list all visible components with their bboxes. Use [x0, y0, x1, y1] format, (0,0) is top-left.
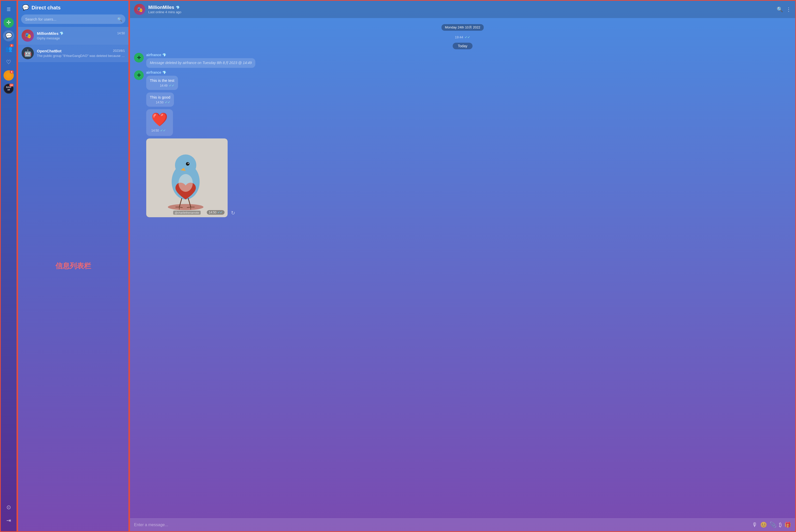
svg-point-3 [186, 162, 189, 166]
panel-title: Direct chats [32, 5, 61, 11]
chat-time-openchat: 2023/8/1 [113, 49, 125, 53]
airfrance-diamond-2: 💎 [162, 71, 166, 74]
tick-heart: ✔✔ [160, 129, 166, 132]
sidebar-item-logout[interactable]: ⇥ [3, 515, 14, 526]
message-row-heart: ✛ ❤️ 14:50 ✔✔ [134, 109, 791, 136]
sidebar-item-channel-orange[interactable]: 6 [3, 70, 14, 81]
chat-header-info: MillionMiles 💎 Last online 4 mins ago [148, 5, 774, 14]
message-content-deleted: airfrance 💎 Message deleted by airfrance… [146, 53, 255, 68]
message-row-test: ✛ airfrance 💎 This is the test 14:49 ✔✔ [134, 70, 791, 90]
sidebar-item-favorites[interactable]: ♡ [3, 57, 14, 68]
messages-area: Monday 24th 10月 2022 19:44 ✔✔ Today ✛ ai… [130, 18, 795, 518]
test-bubble: This is the test 14:49 ✔✔ [146, 76, 178, 90]
good-bubble: This is good 14:50 ✔✔ [146, 93, 174, 107]
airfrance-diamond-1: 💎 [162, 53, 166, 57]
channel-orange-badge: 6 [10, 70, 14, 73]
more-options-button[interactable]: ⋮ [786, 6, 791, 13]
emoji-button[interactable]: 😊 [760, 521, 767, 528]
deleted-bubble: Message deleted by airfrance on Tuesday … [146, 58, 255, 68]
search-icon: 🔍 [117, 17, 122, 21]
panel-header-icon: 💬 [22, 4, 29, 11]
tick-good: ✔✔ [165, 100, 170, 104]
chat-item-million[interactable]: 🎭 MillionMiles 💎 14:50 Giphy message [18, 27, 128, 44]
tick-test: ✔✔ [169, 83, 175, 88]
message-input-bar: 🎙 😊 📎 ₿ 🎁 [130, 518, 795, 531]
panel-header: 💬 Direct chats [18, 1, 128, 15]
message-avatar-airfrance-2: ✛ [134, 70, 144, 80]
bird-svg [146, 138, 228, 217]
status-row-1944: 19:44 ✔✔ [134, 35, 791, 39]
chat-item-openchat[interactable]: 🤖 OpenChatBot 2023/8/1 The public group … [18, 44, 128, 62]
message-avatar-airfrance-1: ✛ [134, 53, 144, 62]
message-list-panel: 信息列表栏 💬 Direct chats 🔍 🎭 MillionMiles 💎 … [17, 0, 129, 532]
chat-avatar-million: 🎭 [22, 30, 34, 42]
time-heart: 14:50 [151, 129, 159, 132]
message-row-giphy: ✛ [134, 138, 791, 217]
verified-icon-million: 💎 [59, 32, 64, 35]
sender-airfrance-1: airfrance 💎 [146, 53, 255, 57]
menu-button[interactable]: ☰ [3, 4, 14, 15]
heart-bubble: ❤️ 14:50 ✔✔ [146, 109, 173, 136]
giphy-container: @charliethenarrotie 14:50 ✔✔ [146, 138, 228, 217]
heart-icon: ♡ [6, 59, 11, 65]
groups-badge: 2 [10, 44, 14, 47]
panel-annotation: 信息列表栏 [55, 261, 91, 271]
chat-name-million: MillionMiles 💎 [37, 31, 64, 36]
sidebar-item-channel-dao[interactable]: DAO10 10 [3, 83, 14, 94]
reload-icon[interactable]: ↻ [231, 210, 235, 216]
channel-dao-badge: 10 [9, 83, 14, 87]
heart-emoji: ❤️ [151, 113, 168, 126]
message-row-good: ✛ This is good 14:50 ✔✔ [134, 93, 791, 107]
date-badge-monday: Monday 24th 10月 2022 [441, 24, 484, 31]
chat-header-status: Last online 4 mins ago [148, 10, 774, 14]
chat-preview-million: Giphy message [37, 36, 125, 40]
sidebar-item-groups[interactable]: 👥 2 [3, 43, 14, 55]
sender-airfrance-2: airfrance 💎 [146, 70, 178, 74]
svg-point-2 [175, 154, 196, 176]
chat-icon: 💬 [5, 33, 12, 39]
giphy-time: 14:50 ✔✔ [207, 210, 224, 215]
svg-point-4 [188, 163, 189, 164]
search-input[interactable] [21, 15, 125, 24]
chat-preview-openchat: The public group "8YearGangDAO" was dele… [37, 54, 125, 58]
message-content-heart: ❤️ 14:50 ✔✔ [146, 109, 173, 136]
chat-header-avatar: 🎭 [134, 4, 145, 15]
header-verified-icon: 💎 [176, 5, 180, 10]
mic-button[interactable]: 🎙 [752, 521, 758, 528]
search-button[interactable]: 🔍 [117, 17, 122, 22]
time-test: 14:49 [160, 84, 168, 88]
attach-button[interactable]: 📎 [770, 521, 776, 528]
sidebar-nav: 导航栏 ☰ ✛ 💬 👥 2 ♡ 6 DAO10 10 ⊙ ⇥ [0, 0, 17, 532]
message-content-good: This is good 14:50 ✔✔ [146, 93, 174, 107]
search-bar: 🔍 [21, 15, 125, 24]
message-content-giphy: @charliethenarrotie 14:50 ✔✔ ↻ [146, 138, 228, 217]
tick-giphy: ✔✔ [217, 211, 222, 214]
chat-panel: 信息互动栏 🎭 MillionMiles 💎 Last online 4 min… [129, 0, 796, 532]
chat-header-actions: 🔍 ⋮ [777, 6, 791, 13]
bitcoin-button[interactable]: ₿ [779, 521, 782, 528]
time-good: 14:50 [156, 101, 164, 104]
sidebar-item-chats[interactable]: 💬 [3, 30, 14, 41]
message-row-deleted: ✛ airfrance 💎 Message deleted by airfran… [134, 53, 791, 68]
search-chat-button[interactable]: 🔍 [777, 6, 783, 13]
chat-header: 🎭 MillionMiles 💎 Last online 4 mins ago … [130, 1, 795, 18]
message-input[interactable] [134, 522, 749, 527]
svg-point-5 [168, 204, 203, 210]
chat-header-name: MillionMiles 💎 [148, 5, 774, 10]
sidebar-item-explore[interactable]: ⊙ [3, 502, 14, 513]
chat-time-million: 14:50 [117, 32, 125, 35]
today-badge: Today [453, 43, 472, 49]
sidebar-item-home[interactable]: ✛ [3, 17, 14, 28]
chat-name-openchat: OpenChatBot [37, 49, 61, 53]
chat-avatar-openchat: 🤖 [22, 47, 34, 59]
giphy-watermark: @charliethenarrotie [173, 211, 201, 215]
chat-info-openchat: OpenChatBot 2023/8/1 The public group "8… [37, 49, 125, 58]
logout-icon: ⇥ [6, 517, 11, 524]
home-avatar: ✛ [3, 18, 14, 28]
chat-info-million: MillionMiles 💎 14:50 Giphy message [37, 31, 125, 40]
svg-point-14 [179, 174, 193, 192]
menu-icon: ☰ [6, 6, 11, 12]
tick-1944: ✔✔ [465, 35, 470, 39]
gift-button[interactable]: 🎁 [784, 521, 791, 528]
compass-icon: ⊙ [6, 504, 11, 511]
